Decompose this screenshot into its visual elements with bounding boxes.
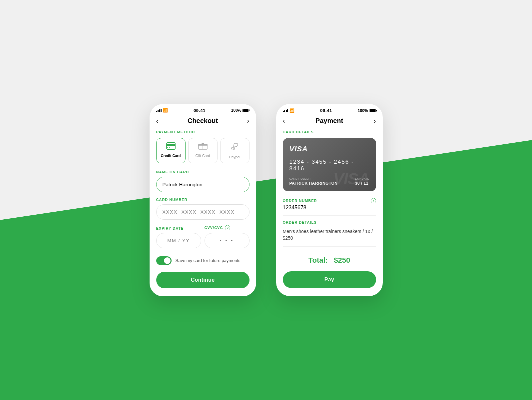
payment-screen: 📶 09:41 100% ‹ Payment › CARD DETAILS VI… [276,104,383,296]
save-card-label: Save my card for future payments [176,258,241,263]
card-details-label: CARD DETAILS [283,130,376,134]
status-bar-2: 📶 09:41 100% [276,104,383,116]
continue-button[interactable]: Continue [156,272,250,288]
name-on-card-input[interactable] [156,177,250,192]
toggle-knob [164,257,171,264]
page-title-1: Checkout [188,117,218,125]
signal-bar-8 [287,109,288,112]
status-time-2: 09:41 [320,108,332,113]
battery-percent-1: 100% [231,108,242,113]
payment-method-label: PAYMENT METHOD [156,130,250,134]
back-button-1[interactable]: ‹ [156,117,159,125]
order-number-row: ORDER NUMBER ? [283,198,376,203]
phones-container: 📶 09:41 100% ‹ Checkout › PAYMENT METHOD [0,0,532,400]
tab-paypal[interactable]: Paypal [220,138,250,163]
battery-icon-1 [243,109,249,112]
svg-rect-0 [167,143,175,149]
credit-card-icon [166,142,176,152]
gift-card-icon [198,142,208,152]
signal-bar-6 [284,110,285,112]
signal-bar-5 [283,111,284,112]
card-number-label: CARD NUMBER [156,198,250,202]
payment-methods: Credit Card Gift Card [156,138,250,163]
battery-icon-2 [369,109,376,112]
expiry-input[interactable] [156,233,201,248]
nav-header-2: ‹ Payment › [276,116,383,130]
card-brand: VISA [289,145,369,153]
cvv-info-icon[interactable]: ? [225,225,230,230]
total-row: Total: $250 [283,251,376,271]
signal-bar-3 [159,109,160,112]
card-holder-block: CARD HOLDER PATRICK HARRINGTON [289,177,338,186]
status-right-1: 100% [231,108,250,113]
forward-button-1[interactable]: › [247,117,250,125]
wifi-icon-2: 📶 [289,108,294,113]
order-details-label: ORDER DETAILS [283,220,376,224]
status-bar-1: 📶 09:41 100% [150,104,256,116]
signal-bar-1 [156,111,157,112]
order-details-text: Men's shoes leather trainers sneakers / … [283,228,376,241]
battery-percent-2: 100% [358,108,368,113]
battery-fill-1 [243,109,249,112]
name-on-card-label: NAME ON CARD [156,170,250,174]
status-left-1: 📶 [156,108,168,113]
cvv-input[interactable] [205,233,250,248]
order-number-section: ORDER NUMBER ? 12345678 [283,198,376,216]
name-on-card-group: NAME ON CARD [156,170,250,192]
card-exp-value: 30 / 11 [355,181,369,186]
cvv-label: CVV/CVC [205,226,223,230]
nav-header-1: ‹ Checkout › [150,116,256,130]
battery-fill-2 [370,109,375,112]
save-card-row: Save my card for future payments [156,256,250,265]
status-left-2: 📶 [283,108,295,113]
total-text: Total: $250 [308,256,350,264]
save-card-toggle[interactable] [156,256,172,265]
cvv-header: CVV/CVC ? [205,225,250,230]
card-exp-block: EXP DATE 30 / 11 [355,177,369,186]
card-number-input[interactable] [156,204,250,220]
paypal-tab-label: Paypal [229,155,241,159]
card-number-group: CARD NUMBER [156,198,250,220]
order-info-icon[interactable]: ? [371,198,376,203]
tab-credit-card[interactable]: Credit Card [156,138,186,163]
credit-card-tab-label: Credit Card [161,154,181,158]
expiry-cvv-row: EXPIRY DATE CVV/CVC ? [156,225,250,254]
payment-content: CARD DETAILS VISA 1234 - 3455 - 2456 - 8… [276,130,383,296]
expiry-label: EXPIRY DATE [156,226,201,230]
page-title-2: Payment [315,117,343,125]
card-holder-value: PATRICK HARRINGTON [289,181,338,186]
svg-rect-1 [167,144,175,146]
expiry-group: EXPIRY DATE [156,226,201,248]
checkout-screen: 📶 09:41 100% ‹ Checkout › PAYMENT METHOD [150,104,256,296]
wifi-icon-1: 📶 [163,108,168,113]
pay-button[interactable]: Pay [283,271,376,288]
card-holder-label: CARD HOLDER [289,177,338,180]
card-number-display: 1234 - 3455 - 2456 - 8416 [289,159,369,172]
forward-button-2[interactable]: › [374,117,376,125]
status-time-1: 09:41 [194,108,206,113]
cvv-group: CVV/CVC ? [205,225,250,248]
order-details-section: ORDER DETAILS Men's shoes leather traine… [283,220,376,246]
signal-bar-4 [161,109,162,112]
signal-bar-7 [286,110,287,112]
credit-card-visual: VISA 1234 - 3455 - 2456 - 8416 CARD HOLD… [283,138,376,191]
total-value: $250 [334,256,350,264]
svg-rect-2 [168,147,170,148]
signal-bars-1 [156,109,162,112]
paypal-icon [231,142,239,153]
tab-gift-card[interactable]: Gift Card [188,138,218,163]
order-number-value: 12345678 [283,205,376,211]
back-button-2[interactable]: ‹ [283,117,285,125]
card-bottom: CARD HOLDER PATRICK HARRINGTON EXP DATE … [289,177,369,186]
order-number-label: ORDER NUMBER [283,199,317,203]
signal-bar-2 [158,110,159,112]
status-right-2: 100% [358,108,376,113]
card-exp-label: EXP DATE [355,177,369,180]
checkout-content: PAYMENT METHOD Credit Card [150,130,256,296]
gift-card-tab-label: Gift Card [195,154,210,158]
total-label: Total: [308,256,328,264]
signal-bars-2 [283,109,288,112]
